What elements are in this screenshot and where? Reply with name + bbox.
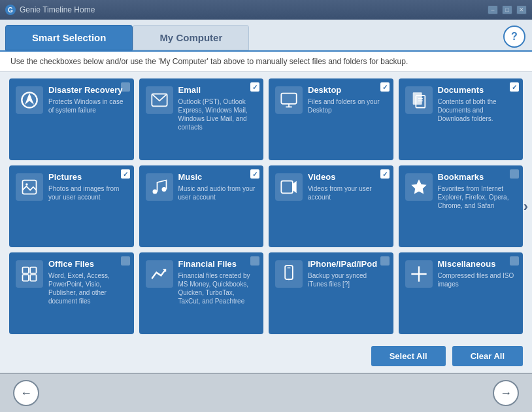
svg-rect-20 [30,275,36,281]
cell-content-desktop: DesktopFiles and folders on your Desktop [308,85,387,114]
cell-desc-miscellaneous: Compressed files and ISO images [438,271,517,288]
checkbox-videos[interactable] [380,169,390,179]
forward-button[interactable]: → [493,380,519,406]
maximize-button[interactable]: □ [502,5,512,14]
close-button[interactable]: ✕ [516,5,527,14]
cell-desc-documents: Contents of both the Documents and Downl… [438,97,517,123]
cell-videos[interactable]: VideosVideos from your user account [269,165,393,247]
checkbox-documents[interactable] [510,82,519,92]
scroll-right-arrow[interactable]: › [524,198,528,215]
cell-iphone-ipad[interactable]: iPhone/iPad/iPodBackup your synced iTune… [269,252,393,334]
cell-title-pictures: Pictures [48,172,127,182]
cell-title-videos: Videos [308,172,387,182]
app-title: Genie Timeline Home [20,5,488,14]
cell-disaster-recovery[interactable]: Disaster RecoveryProtects Windows in cas… [9,78,134,160]
bookmarks-icon [405,173,433,201]
documents-icon [405,86,433,114]
main-container: Smart Selection My Computer ? Use the ch… [0,20,532,412]
cell-documents[interactable]: DocumentsContents of both the Documents … [399,78,524,160]
svg-rect-17 [23,267,29,273]
svg-point-22 [288,279,290,280]
checkbox-email[interactable] [250,82,259,92]
cell-title-disaster-recovery: Disaster Recovery [48,85,127,95]
cell-content-disaster-recovery: Disaster RecoveryProtects Windows in cas… [48,85,127,114]
cell-title-financial-files: Financial Files [178,259,258,269]
checkbox-music[interactable] [250,169,259,179]
cell-content-videos: VideosVideos from your user account [308,172,387,201]
tab-smart-selection[interactable]: Smart Selection [5,25,133,50]
financial-icon [146,260,173,288]
grid-row-2: Office FilesWord, Excel, Access, PowerPo… [9,252,523,334]
checkbox-desktop[interactable] [380,82,390,92]
svg-rect-18 [30,267,36,273]
cell-content-iphone-ipad: iPhone/iPad/iPodBackup your synced iTune… [308,259,387,288]
action-row: Select All Clear All [0,341,532,373]
app-icon: G [5,5,16,15]
cell-desc-pictures: Photos and images from your user account [48,184,127,201]
grid-row-1: PicturesPhotos and images from your user… [9,165,523,247]
checkbox-bookmarks[interactable] [510,169,519,179]
videos-icon [275,173,303,201]
cell-content-pictures: PicturesPhotos and images from your user… [48,172,127,201]
desktop-icon [275,86,303,114]
cell-desc-office-files: Word, Excel, Access, PowerPoint, Visio, … [48,271,127,305]
misc-icon [405,260,433,288]
instruction-bar: Use the checkboxes below and/or use the … [0,52,532,72]
cell-content-office-files: Office FilesWord, Excel, Access, PowerPo… [48,259,127,305]
cell-desc-financial-files: Financial files created by MS Money, Qui… [178,271,258,305]
cell-bookmarks[interactable]: BookmarksFavorites from Internet Explore… [399,165,524,247]
iphone-icon [275,260,303,288]
svg-rect-19 [23,275,29,281]
nav-footer: ← → [0,373,532,412]
checkbox-iphone-ipad[interactable] [380,256,390,266]
help-button[interactable]: ? [503,26,525,48]
cell-title-desktop: Desktop [308,85,387,95]
grid-wrapper: Disaster RecoveryProtects Windows in cas… [0,72,532,341]
svg-marker-16 [411,179,426,194]
svg-marker-15 [293,181,297,194]
svg-rect-3 [281,94,296,104]
disaster-icon [16,86,43,114]
instruction-text: Use the checkboxes below and/or use the … [10,57,408,66]
cell-title-music: Music [178,172,258,182]
music-icon [146,173,173,201]
cell-desktop[interactable]: DesktopFiles and folders on your Desktop [269,78,393,160]
cell-desc-music: Music and audio from your user account [178,184,258,201]
minimize-button[interactable]: – [488,5,498,14]
select-all-button[interactable]: Select All [371,346,446,366]
cell-music[interactable]: MusicMusic and audio from your user acco… [139,165,264,247]
cell-title-miscellaneous: Miscellaneous [438,259,517,269]
checkbox-office-files[interactable] [121,256,130,266]
cell-title-iphone-ipad: iPhone/iPad/iPod [308,259,387,269]
tab-my-computer[interactable]: My Computer [133,25,249,50]
svg-rect-10 [23,180,37,194]
cell-content-miscellaneous: MiscellaneousCompressed files and ISO im… [438,259,517,288]
cell-content-documents: DocumentsContents of both the Documents … [438,85,517,123]
pictures-icon [16,173,43,201]
cell-title-documents: Documents [438,85,517,95]
tabs-row: Smart Selection My Computer ? [0,20,532,52]
checkbox-disaster-recovery[interactable] [121,82,130,92]
svg-point-13 [161,187,166,192]
window-controls[interactable]: – □ ✕ [488,5,527,14]
cell-content-music: MusicMusic and audio from your user acco… [178,172,258,201]
cell-email[interactable]: EmailOutlook (PST), Outlook Express, Win… [139,78,264,160]
checkbox-miscellaneous[interactable] [510,256,519,266]
cell-content-bookmarks: BookmarksFavorites from Internet Explore… [438,172,517,210]
svg-rect-14 [281,181,293,194]
svg-point-1 [28,95,31,99]
cell-financial-files[interactable]: Financial FilesFinancial files created b… [139,252,264,334]
cell-content-financial-files: Financial FilesFinancial files created b… [178,259,258,305]
checkbox-pictures[interactable] [121,169,130,179]
cell-miscellaneous[interactable]: MiscellaneousCompressed files and ISO im… [399,252,524,334]
svg-point-11 [25,183,28,186]
back-button[interactable]: ← [13,380,39,406]
grid-area: Disaster RecoveryProtects Windows in cas… [0,72,532,341]
office-icon [16,260,43,288]
clear-all-button[interactable]: Clear All [452,346,523,366]
grid-row-0: Disaster RecoveryProtects Windows in cas… [9,78,523,160]
cell-content-email: EmailOutlook (PST), Outlook Express, Win… [178,85,258,131]
checkbox-financial-files[interactable] [250,256,259,266]
cell-office-files[interactable]: Office FilesWord, Excel, Access, PowerPo… [9,252,134,334]
cell-pictures[interactable]: PicturesPhotos and images from your user… [9,165,134,247]
